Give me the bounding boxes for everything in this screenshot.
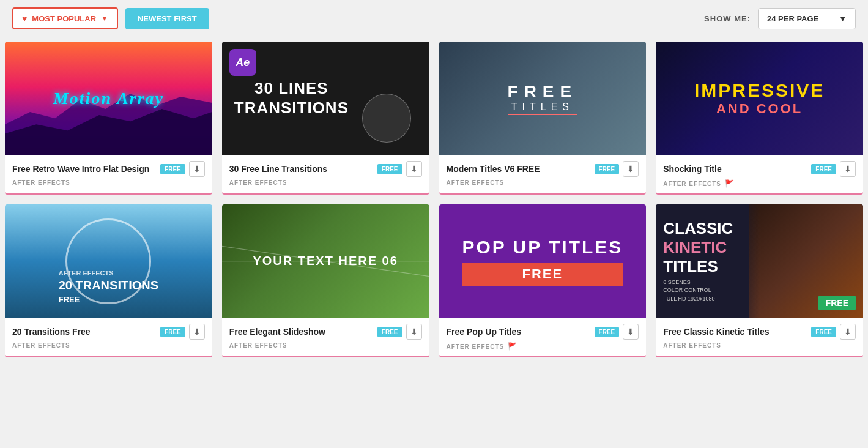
card-1-free-badge: FREE: [160, 164, 185, 174]
card-7-free-badge: FREE: [595, 327, 620, 337]
modern-titles-line2: TITLES: [508, 102, 578, 115]
card-7-cat-text: AFTER EFFECTS: [447, 343, 505, 350]
card-2-download-button[interactable]: ⬇: [406, 161, 422, 177]
card-5-category: AFTER EFFECTS: [12, 342, 205, 349]
kinetic-text: CLASSIC KINETIC TITLES 8 SCENESCOLOR CON…: [663, 219, 733, 304]
chevron-down-icon: ▼: [839, 14, 847, 23]
flag-icon-7: 🚩: [508, 342, 517, 351]
card-5-cat-text: AFTER EFFECTS: [12, 342, 70, 349]
card-7-category: AFTER EFFECTS 🚩: [447, 342, 639, 351]
card-4-thumb[interactable]: IMPRESSIVE AND COOL: [656, 42, 863, 155]
card-6-category: AFTER EFFECTS: [229, 342, 422, 349]
newest-button[interactable]: NEWEST FIRST: [125, 8, 209, 29]
card-8-title: Free Classic Kinetic Titles: [663, 327, 811, 337]
card-6-cat-text: AFTER EFFECTS: [229, 342, 287, 349]
kinetic-small-text: 8 SCENESCOLOR CONTROLFULL HD 1920x1080: [663, 278, 733, 304]
card-2-info: 30 Free Line Transitions FREE ⬇ AFTER EF…: [222, 155, 429, 191]
card-2-cat-text: AFTER EFFECTS: [229, 179, 287, 186]
slideshow-text: YOUR TEXT HERE 06: [253, 254, 398, 268]
card-3-free-badge: FREE: [595, 164, 620, 174]
flag-icon-4: 🚩: [725, 179, 734, 188]
card-1-cat-text: AFTER EFFECTS: [12, 179, 70, 186]
card-4-cat-text: AFTER EFFECTS: [663, 181, 721, 187]
popup-badge: FREE: [462, 263, 623, 286]
card-7-thumb[interactable]: POP UP TITLES FREE: [439, 204, 647, 318]
card-4-download-button[interactable]: ⬇: [840, 161, 856, 177]
card-3-category: AFTER EFFECTS: [447, 179, 639, 186]
card-6: YOUR TEXT HERE 06 Free Elegant Slideshow…: [222, 204, 429, 357]
show-me-label: SHOW ME:: [704, 14, 751, 23]
kinetic-free-badge: FREE: [818, 296, 856, 310]
card-1-thumb[interactable]: Motion Array: [5, 42, 212, 155]
newest-label: NEWEST FIRST: [138, 14, 197, 23]
shocking-line1: IMPRESSIVE: [694, 80, 825, 101]
card-grid: Motion Array Free Retro Wave Intro Flat …: [0, 37, 868, 375]
card-6-thumb[interactable]: YOUR TEXT HERE 06: [222, 204, 429, 318]
card-1-info: Free Retro Wave Intro Flat Design FREE ⬇…: [5, 155, 212, 191]
line-transitions-text: 30 LINESTRANSITIONS: [222, 79, 361, 117]
card-2-badges: FREE ⬇: [377, 161, 422, 177]
kinetic-kinetic: KINETIC: [663, 238, 733, 257]
card-6-free-badge: FREE: [377, 327, 402, 337]
card-8: CLASSIC KINETIC TITLES 8 SCENESCOLOR CON…: [656, 204, 863, 357]
card-1-download-button[interactable]: ⬇: [189, 161, 205, 177]
card-4-info: Shocking Title FREE ⬇ AFTER EFFECTS 🚩: [656, 155, 863, 193]
card-3-badges: FREE ⬇: [595, 161, 639, 177]
card-4: IMPRESSIVE AND COOL Shocking Title FREE …: [656, 42, 863, 195]
card-1-category: AFTER EFFECTS: [12, 179, 205, 186]
kinetic-titles: TITLES: [663, 257, 733, 276]
card-6-badges: FREE ⬇: [377, 324, 422, 340]
ae-logo: Ae: [229, 49, 256, 76]
filter-dropdown[interactable]: ♥ MOST POPULAR ▼: [12, 7, 118, 29]
card-7: POP UP TITLES FREE Free Pop Up Titles FR…: [439, 204, 647, 357]
card-2-category: AFTER EFFECTS: [229, 179, 422, 186]
card-7-title: Free Pop Up Titles: [447, 327, 595, 337]
show-me-section: SHOW ME: 24 PER PAGE ▼: [704, 8, 856, 29]
card-5-title: 20 Transitions Free: [12, 327, 160, 337]
card-3: FREE TITLES Modern Titles V6 FREE FREE ⬇…: [439, 42, 647, 195]
card-2-free-badge: FREE: [377, 164, 402, 174]
kinetic-classic: CLASSIC: [663, 219, 733, 238]
transitions-20-text: After Effects 20 TRANSITIONS Free: [59, 266, 158, 305]
card-7-download-button[interactable]: ⬇: [623, 324, 639, 340]
card-1-badges: FREE ⬇: [160, 161, 205, 177]
card-6-download-button[interactable]: ⬇: [406, 324, 422, 340]
shocking-line2: AND COOL: [694, 101, 825, 117]
card-3-info: Modern Titles V6 FREE FREE ⬇ AFTER EFFEC…: [439, 155, 647, 191]
retro-wave-title-text: Motion Array: [53, 89, 164, 108]
popup-titles-content: POP UP TITLES FREE: [462, 237, 623, 286]
card-4-free-badge: FREE: [811, 164, 836, 174]
filter-label: MOST POPULAR: [32, 14, 96, 23]
card-8-cat-text: AFTER EFFECTS: [663, 342, 721, 349]
card-3-cat-text: AFTER EFFECTS: [447, 179, 505, 186]
card-5: After Effects 20 TRANSITIONS Free 20 Tra…: [5, 204, 212, 357]
popup-line1: POP UP TITLES: [462, 237, 623, 258]
shocking-title-text: IMPRESSIVE AND COOL: [694, 80, 825, 117]
card-3-thumb[interactable]: FREE TITLES: [439, 42, 647, 155]
card-8-badges: FREE ⬇: [811, 324, 856, 340]
per-page-dropdown[interactable]: 24 PER PAGE ▼: [758, 8, 856, 29]
card-4-title: Shocking Title: [663, 164, 811, 174]
card-6-title: Free Elegant Slideshow: [229, 327, 377, 337]
card-5-thumb[interactable]: After Effects 20 TRANSITIONS Free: [5, 204, 212, 318]
card-5-badges: FREE ⬇: [160, 324, 205, 340]
card-5-download-button[interactable]: ⬇: [189, 324, 205, 340]
card-7-badges: FREE ⬇: [595, 324, 639, 340]
card-8-thumb[interactable]: CLASSIC KINETIC TITLES 8 SCENESCOLOR CON…: [656, 204, 863, 318]
card-5-free-badge: FREE: [160, 327, 185, 337]
card-3-title: Modern Titles V6 FREE: [447, 164, 595, 174]
per-page-label: 24 PER PAGE: [767, 14, 818, 23]
card-7-info: Free Pop Up Titles FREE ⬇ AFTER EFFECTS …: [439, 318, 647, 356]
card-1: Motion Array Free Retro Wave Intro Flat …: [5, 42, 212, 195]
card-8-category: AFTER EFFECTS: [663, 342, 856, 349]
modern-titles-line1: FREE: [508, 82, 578, 102]
card-3-download-button[interactable]: ⬇: [623, 161, 639, 177]
card-4-badges: FREE ⬇: [811, 161, 856, 177]
chevron-down-icon: ▼: [101, 14, 108, 23]
card-8-info: Free Classic Kinetic Titles FREE ⬇ AFTER…: [656, 318, 863, 354]
card-2-thumb[interactable]: Ae 30 LINESTRANSITIONS: [222, 42, 429, 155]
card-8-download-button[interactable]: ⬇: [840, 324, 856, 340]
toolbar: ♥ MOST POPULAR ▼ NEWEST FIRST SHOW ME: 2…: [0, 0, 868, 37]
heart-icon: ♥: [22, 13, 27, 23]
modern-titles-text: FREE TITLES: [508, 82, 578, 115]
